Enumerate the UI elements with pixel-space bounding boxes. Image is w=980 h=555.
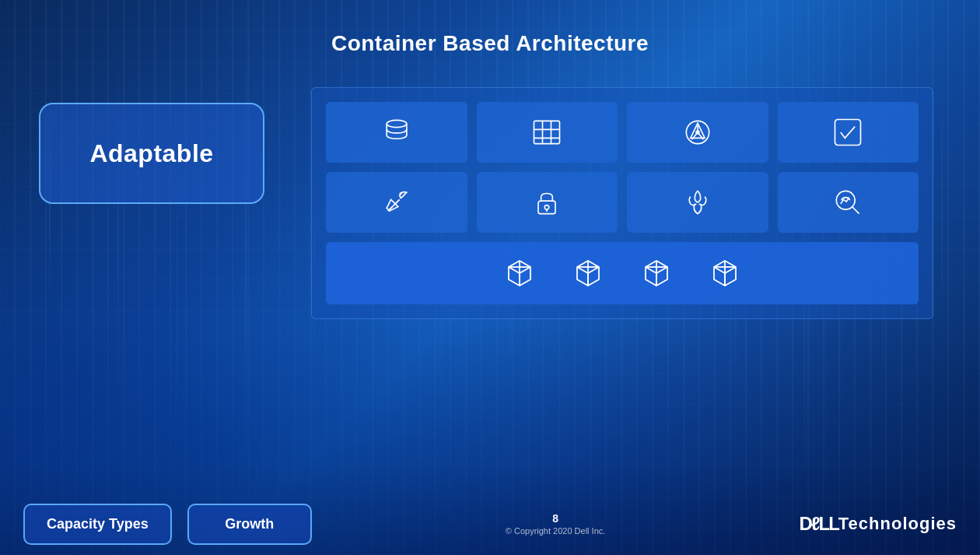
footer-buttons: Capacity Types Growth <box>23 504 312 545</box>
cube-icon-1 <box>501 255 538 292</box>
table-icon-cell <box>477 102 618 163</box>
table-icon <box>530 115 564 149</box>
svg-point-7 <box>695 130 700 135</box>
search-analytics-icon <box>831 185 865 220</box>
search-analytics-icon-cell <box>778 172 919 233</box>
page-number: 8 <box>552 512 558 525</box>
icon-grid-row1 <box>326 102 919 233</box>
slide-title: Container Based Architecture <box>0 0 980 56</box>
footer: Capacity Types Growth 8 © Copyright 2020… <box>0 493 980 555</box>
dell-brand-text: DℓLL <box>799 513 838 535</box>
svg-rect-1 <box>534 121 560 143</box>
svg-line-15 <box>852 207 859 214</box>
medical-icon <box>681 185 715 220</box>
container-panel <box>311 87 933 319</box>
triangle-icon-cell <box>627 102 768 163</box>
containers-row <box>326 242 919 304</box>
adaptable-box: Adaptable <box>39 103 264 204</box>
svg-rect-10 <box>538 201 555 214</box>
cube-icon-3 <box>638 255 675 292</box>
svg-rect-8 <box>835 120 861 146</box>
slide-content: Container Based Architecture Adaptable <box>0 0 980 555</box>
growth-button[interactable]: Growth <box>187 504 312 545</box>
checkmark-icon-cell <box>778 102 919 163</box>
footer-center: 8 © Copyright 2020 Dell Inc. <box>506 512 606 536</box>
copyright-text: © Copyright 2020 Dell Inc. <box>506 526 606 536</box>
tools-icon-cell <box>326 172 467 233</box>
cube-icon-2 <box>569 255 607 292</box>
cube-icon-4 <box>706 255 744 292</box>
dell-technologies-text: Technologies <box>838 514 957 534</box>
tools-icon <box>380 185 414 220</box>
dell-logo: DℓLL Technologies <box>799 513 957 535</box>
lock-icon <box>530 185 564 220</box>
svg-point-11 <box>545 205 550 210</box>
triangle-icon <box>681 115 715 149</box>
medical-icon-cell <box>627 172 768 233</box>
database-icon <box>380 115 414 149</box>
lock-icon-cell <box>477 172 618 233</box>
database-icon-cell <box>326 102 467 163</box>
main-layout: Adaptable <box>0 64 980 319</box>
capacity-types-button[interactable]: Capacity Types <box>23 504 172 545</box>
svg-point-0 <box>387 120 407 127</box>
checkmark-icon <box>831 115 865 149</box>
